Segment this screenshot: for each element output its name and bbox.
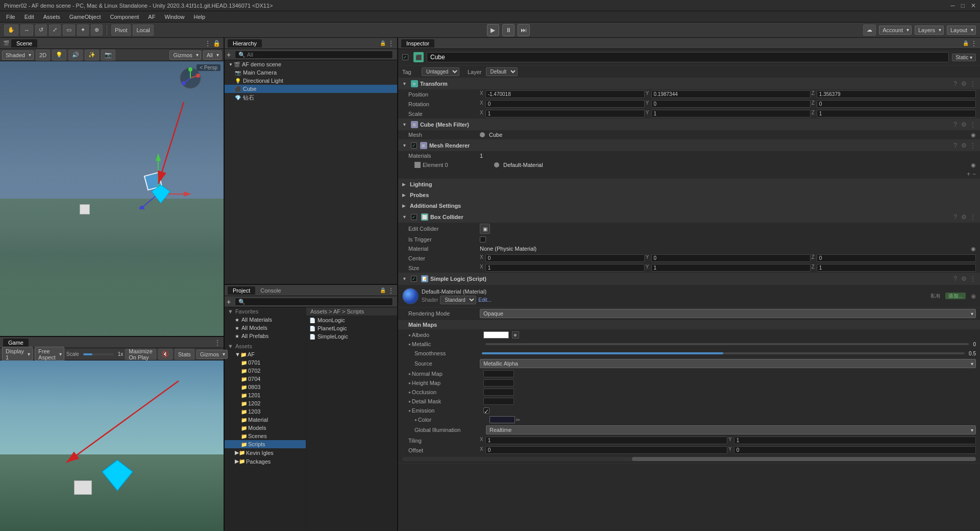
play-button[interactable]: ▶ (487, 24, 499, 36)
add-button[interactable]: 添加... (945, 293, 966, 299)
project-lock-icon[interactable]: 🔒 (380, 287, 386, 293)
game-tab-label[interactable]: Game (3, 339, 29, 347)
scene-more-icon[interactable]: ⋮ (205, 40, 211, 47)
menu-help[interactable]: Help (190, 13, 210, 21)
project-search-input[interactable] (238, 299, 389, 305)
hierarchy-search-input[interactable] (238, 52, 389, 58)
folder-scenes[interactable]: 📁 Scenes (225, 432, 306, 440)
script-moonlogic[interactable]: 📄 MoonLogic (306, 316, 397, 324)
tiling-x[interactable] (485, 437, 727, 444)
hierarchy-tab-label[interactable]: Hierarchy (228, 39, 262, 47)
stats-button[interactable]: Stats (175, 349, 194, 360)
scene-view[interactable]: < Persp (0, 61, 224, 336)
layout-dropdown[interactable]: Layout (947, 26, 976, 35)
game-view[interactable] (0, 360, 224, 531)
display-dropdown[interactable]: Display 1 (2, 347, 33, 362)
sl-checkbox[interactable]: ✓ (411, 276, 417, 282)
script-simplelogic[interactable]: 📄 SimpleLogic (306, 332, 397, 341)
menu-file[interactable]: File (2, 13, 19, 21)
metallic-slider[interactable] (485, 343, 969, 345)
box-collider-header[interactable]: ▼ ✓ ⬜ Box Collider ? ⚙ ⋮ (398, 211, 980, 223)
source-dropdown[interactable]: Metallic Alpha (480, 359, 976, 368)
size-y[interactable] (651, 264, 811, 272)
material-select-icon[interactable]: ◉ (971, 162, 976, 168)
project-add-icon[interactable]: + (227, 298, 231, 306)
folder-kevin[interactable]: ▶ 📁 Kevin Igles (225, 448, 306, 457)
folder-1202[interactable]: 📁 1202 (225, 399, 306, 407)
mr-checkbox[interactable]: ✓ (411, 142, 417, 149)
project-tab-label[interactable]: Project (228, 286, 255, 295)
size-z[interactable] (817, 264, 976, 272)
offset-y[interactable] (734, 446, 976, 454)
shading-dropdown[interactable]: Shaded (2, 51, 34, 60)
hierarchy-add-icon[interactable]: + (227, 51, 231, 59)
mesh-renderer-settings[interactable]: ⚙ (961, 142, 967, 149)
probes-header[interactable]: ▶ Probes (398, 190, 980, 200)
step-button[interactable]: ⏭ (518, 24, 530, 36)
hierarchy-lock-icon[interactable]: 🔒 (380, 40, 386, 46)
folder-scripts[interactable]: 📁 Scripts (225, 440, 306, 448)
position-x[interactable] (485, 90, 645, 98)
tool-move[interactable]: ↔ (20, 25, 33, 36)
remove-material-icon[interactable]: − (972, 171, 976, 178)
transform-more-icon[interactable]: ⋮ (970, 80, 976, 87)
tool-scale[interactable]: ⤢ (49, 25, 61, 36)
project-more-icon[interactable]: ⋮ (388, 287, 394, 294)
all-dropdown[interactable]: All (203, 51, 222, 60)
gi-dropdown[interactable]: Realtime (486, 425, 976, 435)
scale-y[interactable] (651, 110, 811, 117)
scene-white-cube[interactable] (80, 204, 90, 214)
size-x[interactable] (485, 264, 645, 272)
color-swatch-dark[interactable] (489, 416, 515, 423)
tool-rect[interactable]: ▭ (63, 25, 75, 36)
mesh-filter-help[interactable]: ? (953, 121, 957, 128)
albedo-texture-picker[interactable]: ⊕ (512, 331, 519, 339)
folder-1201[interactable]: 📁 1201 (225, 391, 306, 399)
tool-transform[interactable]: ✦ (77, 25, 89, 36)
offset-x[interactable] (485, 446, 727, 454)
script-planetlogic[interactable]: 📄 PlanetLogic (306, 324, 397, 332)
cloud-icon[interactable]: ☁ (863, 25, 876, 36)
cube-item[interactable]: ⬛ Cube (225, 85, 397, 93)
pause-button[interactable]: ⏸ (502, 24, 514, 36)
close-button[interactable]: ✕ (971, 2, 976, 9)
mute-button[interactable]: 🔇 (158, 349, 173, 360)
project-search[interactable] (235, 298, 393, 306)
mat-prop-select[interactable]: ◉ (971, 246, 976, 252)
diamond-item[interactable]: 💎 钻石 (225, 93, 397, 103)
main-camera-item[interactable]: 📷 Main Camera (225, 68, 397, 77)
detail-mask-field[interactable] (483, 398, 514, 405)
af-folder[interactable]: ▼ 📁 AF (225, 350, 306, 358)
center-z[interactable] (817, 254, 976, 262)
transform-help-icon[interactable]: ? (953, 80, 957, 87)
maximize-button[interactable]: □ (961, 2, 965, 9)
scene-camera[interactable]: 📷 (101, 50, 115, 61)
scene-lock-icon[interactable]: 🔒 (213, 40, 220, 47)
inspector-scrollbar[interactable] (402, 457, 976, 461)
sl-more[interactable]: ⋮ (970, 275, 976, 282)
tool-hand[interactable]: ✋ (4, 25, 18, 36)
directional-light-item[interactable]: 💡 Directional Light (225, 77, 397, 85)
bc-checkbox[interactable]: ✓ (411, 214, 417, 220)
center-y[interactable] (651, 254, 811, 262)
sl-settings[interactable]: ⚙ (961, 275, 967, 282)
normal-map-field[interactable] (483, 370, 514, 377)
occlusion-field[interactable] (483, 389, 514, 396)
all-prefabs-item[interactable]: ★ All Prefabs (225, 332, 306, 340)
object-name-field[interactable] (427, 52, 949, 62)
hierarchy-more-icon[interactable]: ⋮ (388, 40, 394, 47)
folder-1203[interactable]: 📁 1203 (225, 407, 306, 416)
transform-header[interactable]: ▼ ⊕ Transform ? ⚙ ⋮ (398, 78, 980, 89)
position-y[interactable] (651, 90, 811, 98)
orientation-gizmo[interactable] (178, 65, 203, 91)
rendering-mode-dropdown[interactable]: Opaque (480, 309, 976, 318)
edit-collider-button[interactable]: ▣ (480, 224, 490, 234)
mesh-filter-header[interactable]: ▼ ⊞ Cube (Mesh Filter) ? ⚙ ⋮ (398, 119, 980, 130)
all-models-item[interactable]: ★ All Models (225, 324, 306, 332)
folder-material[interactable]: 📁 Material (225, 416, 306, 424)
folder-models[interactable]: 📁 Models (225, 424, 306, 432)
smoothness-slider[interactable] (482, 352, 965, 354)
folder-0702[interactable]: 📁 0702 (225, 367, 306, 375)
emission-checkbox[interactable]: ✓ (483, 407, 489, 414)
assets-header[interactable]: ▼ Assets (225, 342, 306, 350)
